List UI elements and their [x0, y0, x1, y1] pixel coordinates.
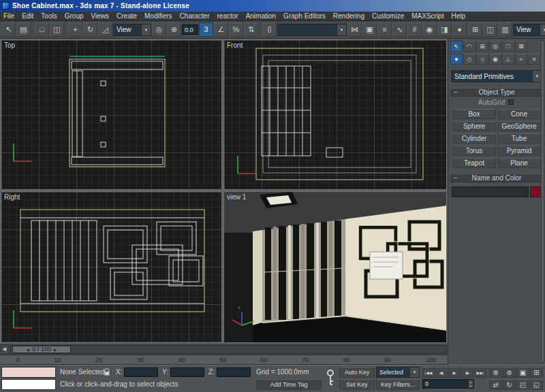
viewport-perspective[interactable]: view 1: [223, 191, 447, 343]
chevron-down-icon[interactable]: ▼: [409, 368, 419, 377]
tab-motion[interactable]: ◎: [489, 41, 501, 52]
y-coordinate-field[interactable]: [170, 368, 204, 377]
tab-utilities[interactable]: ⊠: [515, 41, 527, 52]
menu-item-customize[interactable]: Customize: [372, 12, 404, 20]
menu-item-create[interactable]: Create: [116, 12, 137, 20]
chevron-down-icon[interactable]: ▼: [337, 24, 346, 35]
menu-item-modifiers[interactable]: Modifiers: [144, 12, 172, 20]
viewport-top[interactable]: Top: [1, 39, 222, 190]
tab-create[interactable]: ↖: [450, 41, 463, 52]
tube-button[interactable]: Tube: [498, 133, 541, 144]
nav-zoom-all-button[interactable]: ⊚: [503, 367, 516, 378]
nav-min-max-toggle-button[interactable]: ◱: [530, 379, 543, 390]
pyramid-button[interactable]: Pyramid: [498, 146, 541, 156]
layer-manager-button[interactable]: ≡: [377, 22, 392, 37]
time-slider-track[interactable]: ◀ 0 / 100 ▶: [10, 345, 446, 354]
object-name-field[interactable]: [452, 186, 529, 197]
select-and-move-button[interactable]: +: [68, 22, 82, 37]
category-shapes[interactable]: ◇: [463, 54, 476, 65]
name-color-rollout-header[interactable]: − Name and Color: [450, 174, 543, 182]
viewport-layout-option2-button[interactable]: ▥: [498, 22, 512, 37]
edit-named-selection-sets-button[interactable]: {}: [262, 22, 277, 37]
menu-item-maxscript[interactable]: MAXScript: [411, 12, 443, 20]
viewport-front-label[interactable]: Front: [227, 42, 243, 49]
schematic-view-button[interactable]: #: [407, 22, 422, 37]
plane-button[interactable]: Plane: [498, 158, 541, 168]
render-scene-button[interactable]: ◨: [437, 22, 452, 37]
previous-frame-icon[interactable]: ◀: [27, 347, 30, 352]
play-button[interactable]: ▶: [448, 367, 461, 378]
box-button[interactable]: Box: [453, 109, 496, 119]
primitives-dropdown[interactable]: Standard Primitives ▼: [451, 70, 542, 82]
cone-button[interactable]: Cone: [498, 109, 541, 119]
menu-item-animation[interactable]: Animation: [246, 12, 276, 20]
spinner-snap-toggle-button[interactable]: ⇅: [244, 22, 258, 37]
select-by-name-button[interactable]: ▤: [16, 22, 31, 37]
chevron-down-icon[interactable]: ▼: [540, 24, 545, 35]
cylinder-button[interactable]: Cylinder: [453, 133, 496, 144]
time-slider-thumb[interactable]: ◀ 0 / 100 ▶: [12, 346, 71, 353]
nav-arc-rotate-button[interactable]: ↻: [503, 379, 516, 390]
object-type-rollout-header[interactable]: − Object Type: [450, 88, 543, 97]
select-and-rotate-button[interactable]: ↻: [83, 22, 97, 37]
category-space-warps[interactable]: ≈: [515, 54, 527, 65]
named-selection-dropdown[interactable]: ▼: [277, 24, 347, 36]
view-selector-dropdown[interactable]: View ▼: [513, 24, 545, 36]
teapot-button[interactable]: Teapot: [453, 158, 496, 168]
category-helpers[interactable]: ⊥: [502, 54, 514, 65]
nav-zoom-extents-all-button[interactable]: ⊞: [530, 367, 543, 378]
menu-item-help[interactable]: Help: [451, 12, 465, 20]
key-filters-button[interactable]: Key Filters...: [376, 379, 420, 390]
frame-spinner[interactable]: ▲ ▼: [467, 380, 473, 388]
object-color-swatch[interactable]: [530, 186, 542, 197]
window-crossing-toggle[interactable]: ◫: [50, 22, 64, 37]
category-cameras[interactable]: ◉: [489, 54, 501, 65]
selection-lock-icon[interactable]: [104, 368, 110, 376]
select-and-scale-button[interactable]: ◿: [98, 22, 112, 37]
nav-zoom-button[interactable]: ⊕: [489, 367, 502, 378]
viewport-front[interactable]: Front: [223, 39, 447, 190]
percent-snap-toggle-button[interactable]: %: [229, 22, 243, 37]
curve-editor-button[interactable]: ∿: [392, 22, 407, 37]
go-to-end-button[interactable]: ▶▶|: [474, 367, 486, 378]
menu-item-views[interactable]: Views: [91, 12, 110, 20]
titlebar[interactable]: Shoe Cabinet.max - 3ds max 7 - Stand-alo…: [0, 0, 545, 12]
menu-item-reactor[interactable]: reactor: [217, 12, 238, 20]
previous-frame-button[interactable]: ◀|: [435, 367, 448, 378]
add-time-tag-button[interactable]: Add Time Tag: [256, 379, 322, 390]
auto-key-button[interactable]: Auto Key: [339, 367, 375, 378]
panel-scrollbar[interactable]: [541, 40, 544, 363]
menu-item-file[interactable]: File: [3, 12, 14, 20]
z-coordinate-field[interactable]: [217, 368, 251, 377]
nav-zoom-region-button[interactable]: ◰: [516, 379, 529, 390]
align-button[interactable]: ▣: [362, 22, 377, 37]
quick-render-button[interactable]: ●: [452, 22, 467, 37]
go-to-start-button[interactable]: |◀◀: [422, 367, 435, 378]
category-lights[interactable]: ☼: [476, 54, 488, 65]
nav-pan-button[interactable]: ⇄: [489, 379, 502, 390]
viewport-perspective-label[interactable]: view 1: [227, 193, 246, 201]
torus-button[interactable]: Torus: [453, 146, 496, 156]
menu-item-tools[interactable]: Tools: [41, 12, 57, 20]
menu-item-rendering[interactable]: Rendering: [333, 12, 364, 20]
menu-item-group[interactable]: Group: [65, 12, 84, 20]
tab-hierarchy[interactable]: ⊞: [476, 41, 488, 52]
chevron-down-icon[interactable]: ▼: [532, 71, 542, 82]
category-systems[interactable]: ¤: [528, 54, 540, 65]
set-key-mode-key-icon[interactable]: [326, 368, 335, 389]
maxscript-macro-recorder[interactable]: [1, 367, 56, 378]
viewport-top-label[interactable]: Top: [4, 42, 15, 49]
mirror-button[interactable]: ⋈: [347, 22, 362, 37]
angle-snap-toggle-button[interactable]: ∠: [214, 22, 228, 37]
select-and-manipulate-button[interactable]: ⊕: [167, 22, 181, 37]
autogrid-checkbox[interactable]: [508, 99, 515, 106]
category-geometry[interactable]: ●: [450, 54, 463, 65]
menu-item-edit[interactable]: Edit: [22, 12, 33, 20]
tab-modify[interactable]: ◠: [463, 41, 476, 52]
viewport-layout-button[interactable]: ⊞: [468, 22, 482, 37]
geosphere-button[interactable]: GeoSphere: [498, 121, 541, 131]
menu-item-character[interactable]: Character: [180, 12, 210, 20]
key-mode-dropdown[interactable]: Selected ▼: [376, 367, 420, 378]
viewport-right[interactable]: Right: [1, 191, 222, 343]
next-frame-icon[interactable]: ▶: [54, 347, 57, 352]
